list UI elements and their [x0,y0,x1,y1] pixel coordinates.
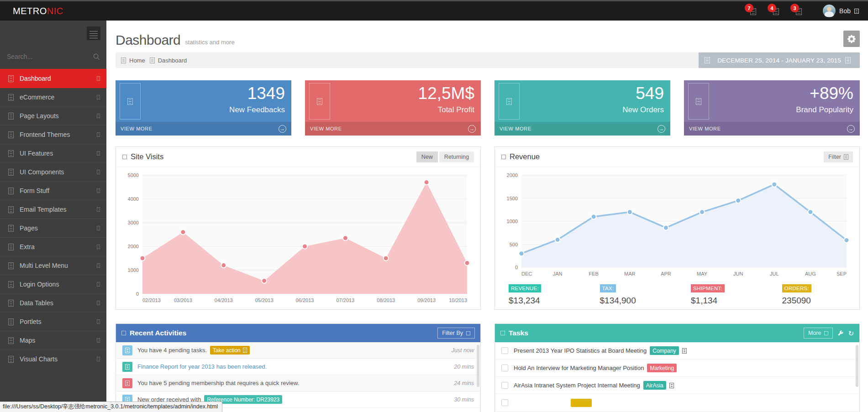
breadcrumb-home[interactable]: Home [129,57,145,64]
angle-left-icon [97,95,100,99]
user-menu[interactable]: Bob [823,5,859,17]
activity-time: Just now [452,347,474,354]
svg-text:07/2013: 07/2013 [336,297,354,303]
stat-value: +89% [810,84,853,103]
svg-text:MAR: MAR [624,271,636,276]
view-more-link[interactable]: VIEW MORE → [494,122,670,136]
sidebar-item-portlets[interactable]: Portlets [0,312,106,331]
revenue-title: Revenue [501,152,540,161]
tasks-icon-button[interactable]: 3 [796,7,803,15]
scrollbar[interactable] [856,345,858,387]
activity-item[interactable]: You have 4 pending tasks. Take action Ju… [116,342,480,359]
notification-badge: 7 [745,4,753,12]
table-icon [8,300,14,307]
task-item[interactable]: Hold An Interview for Marketing Manager … [495,360,859,377]
refresh-icon[interactable]: ↻ [848,330,854,337]
task-text: Present 2013 Year IPO Statistics at Boar… [514,347,647,354]
angle-left-icon [97,357,100,361]
sidebar-item-maps[interactable]: Maps [0,331,106,349]
svg-text:500: 500 [510,242,518,247]
task-item[interactable] [495,394,859,412]
sidebar-item-visual-charts[interactable]: Visual Charts [0,349,106,368]
calendar-icon [705,57,710,63]
main-content: Dashboard statistics and more Home Dashb… [106,21,868,412]
revenue-panel: Revenue Filter 0500100015002000DECJANFEB… [494,146,860,310]
bell-icon-button[interactable]: 7 [750,7,757,15]
activity-badge[interactable]: Take action [210,346,250,355]
site-visits-chart: 01000200030004000500002/201303/201304/20… [116,167,480,309]
envelope-icon-button[interactable]: 4 [773,7,780,15]
wrench-icon[interactable] [837,330,843,336]
stat-tag: SHIPMENT: [691,284,725,292]
bell-icon [682,348,687,354]
sidebar-item-ecommerce[interactable]: eCommerce [0,88,106,106]
sidebar-item-extra[interactable]: Extra [0,237,106,256]
sidebar-item-multi-level-menu[interactable]: Multi Level Menu [0,256,106,275]
site-visits-tools: NewReturning [416,151,474,162]
sidebar-item-ui-components[interactable]: UI Components [0,162,106,181]
sidebar-item-pages[interactable]: Pages [0,219,106,237]
sidebar-item-frontend-themes[interactable]: Frontend Themes [0,125,106,144]
stat-tile-total-profit[interactable]: 12,5M$ Total Profit VIEW MORE → [305,80,481,136]
scrollbar[interactable] [477,345,479,387]
sidebar-item-data-tables[interactable]: Data Tables [0,293,106,312]
angle-left-icon [97,207,100,212]
caret-down-icon [844,154,848,160]
top-navbar: METRONIC 7 4 3 Bob [0,1,868,21]
view-more-link[interactable]: VIEW MORE → [116,122,291,136]
svg-text:AUG: AUG [805,271,816,276]
multilevel-icon [8,262,14,269]
task-item[interactable]: AirAsia Intranet System Project Internal… [495,377,859,394]
sidebar-item-email-templates[interactable]: Email Templates [0,200,106,219]
task-checkbox[interactable] [501,347,508,354]
stat-tile-new-orders[interactable]: 549 New Orders VIEW MORE → [494,80,670,136]
filter-button[interactable]: Filter [824,151,853,162]
sidebar-item-login-options[interactable]: Login Options [0,275,106,293]
stat-label: Total Profit [438,105,474,115]
date-range-picker[interactable]: DECEMBER 25, 2014 - JANUARY 23, 2015 [699,52,860,68]
activity-item[interactable]: Finance Report for year 2013 has been re… [116,359,480,375]
search-input[interactable] [7,53,93,60]
angle-left-icon [97,263,100,268]
sidebar-item-form-stuff[interactable]: Form Stuff [0,181,106,200]
sidebar-item-page-layouts[interactable]: Page Layouts [0,106,106,125]
sidebar-item-dashboard[interactable]: Dashboard [0,69,106,88]
toggle-new-button[interactable]: New [416,151,438,162]
stat-tile-new-feedbacks[interactable]: 1349 New Feedbacks VIEW MORE → [116,80,291,136]
home-icon [121,57,126,63]
sidebar-item-label: Portlets [20,318,41,325]
revenue-chart: 0500100015002000DECJANFEBMARAPRMAYJUNJUL… [495,167,859,283]
settings-gear-button[interactable] [843,31,860,47]
view-more-link[interactable]: VIEW MORE → [305,122,481,136]
more-button[interactable]: More [804,328,833,339]
toggle-returning-button[interactable]: Returning [439,151,474,162]
stat-value: 549 [636,84,664,103]
task-badge: Company [650,346,679,355]
task-item[interactable]: Present 2013 Year IPO Statistics at Boar… [495,342,859,360]
task-checkbox[interactable] [501,365,508,371]
task-badge: Marketing [647,364,677,372]
caret-down-icon [854,7,859,15]
activity-item[interactable]: You have 5 pending membership that requi… [116,375,480,391]
search-icon[interactable] [93,53,100,60]
stat-value: 12,5M$ [418,84,474,103]
sidebar-item-ui-features[interactable]: UI Features [0,144,106,162]
user-icon [125,381,130,386]
sidebar-item-label: Multi Level Menu [20,262,68,269]
angle-left-icon [97,245,100,249]
comments-icon [127,98,133,105]
angle-left-icon [97,282,100,287]
sidebar-toggle-button[interactable] [87,26,100,40]
stat-tiles-row: 1349 New Feedbacks VIEW MORE → 12,5M$ To… [116,80,860,136]
stat-tile-brand-popularity[interactable]: +89% Brand Popularity VIEW MORE → [684,80,860,136]
svg-text:DEC: DEC [521,271,532,276]
task-checkbox[interactable] [501,399,508,406]
breadcrumb: Home Dashboard DECEMBER 25, 2014 - JANUA… [116,52,860,68]
task-checkbox[interactable] [501,382,508,389]
view-more-link[interactable]: VIEW MORE → [684,122,860,136]
task-text: Hold An Interview for Marketing Manager … [514,365,644,371]
logo[interactable]: METRONIC [13,6,63,16]
filter-by-button[interactable]: Filter By [437,328,475,339]
svg-text:05/2013: 05/2013 [255,297,274,303]
activity-text[interactable]: Finance Report for year 2013 has been re… [137,363,267,370]
